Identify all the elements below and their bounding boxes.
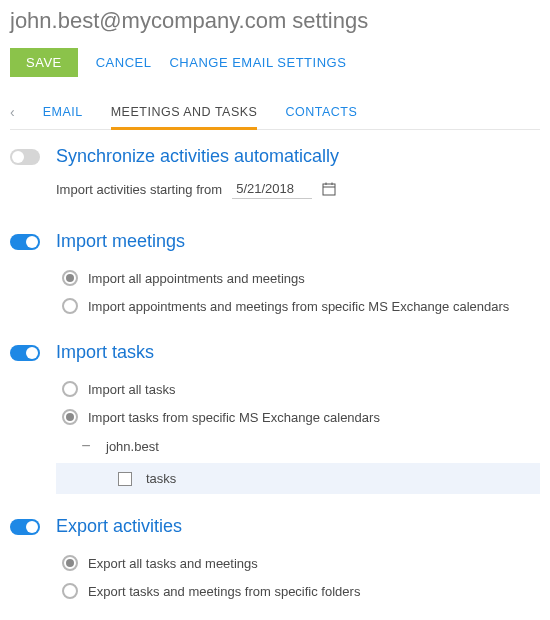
- import-meetings-radio-specific[interactable]: [62, 298, 78, 314]
- export-title: Export activities: [56, 516, 540, 537]
- tab-contacts[interactable]: CONTACTS: [285, 95, 357, 129]
- section-sync: Synchronize activities automatically Imp…: [10, 130, 540, 215]
- back-chevron-icon[interactable]: ‹: [10, 104, 15, 120]
- import-tasks-label-all: Import all tasks: [88, 382, 540, 397]
- section-export: Export activities Export all tasks and m…: [10, 500, 540, 611]
- import-meetings-title: Import meetings: [56, 231, 540, 252]
- import-meetings-radio-all[interactable]: [62, 270, 78, 286]
- tab-meetings-and-tasks[interactable]: MEETINGS AND TASKS: [111, 95, 258, 129]
- calendar-tree-child[interactable]: tasks: [56, 463, 540, 494]
- import-tasks-toggle[interactable]: [10, 345, 40, 361]
- sync-date-label: Import activities starting from: [56, 182, 222, 197]
- sync-title: Synchronize activities automatically: [56, 146, 540, 167]
- cancel-button[interactable]: CANCEL: [96, 55, 152, 70]
- tab-email[interactable]: EMAIL: [43, 95, 83, 129]
- tree-collapse-icon[interactable]: −: [80, 437, 92, 455]
- change-email-settings-button[interactable]: CHANGE EMAIL SETTINGS: [169, 55, 346, 70]
- import-meetings-toggle[interactable]: [10, 234, 40, 250]
- import-tasks-radio-all[interactable]: [62, 381, 78, 397]
- calendar-root-label: john.best: [106, 439, 159, 454]
- svg-rect-0: [323, 184, 335, 195]
- export-radio-all[interactable]: [62, 555, 78, 571]
- import-tasks-radio-specific[interactable]: [62, 409, 78, 425]
- import-meetings-label-specific: Import appointments and meetings from sp…: [88, 299, 540, 314]
- save-button[interactable]: SAVE: [10, 48, 78, 77]
- export-label-specific: Export tasks and meetings from specific …: [88, 584, 540, 599]
- calendar-child-checkbox[interactable]: [118, 472, 132, 486]
- sync-date-input[interactable]: [232, 179, 312, 199]
- section-import-tasks: Import tasks Import all tasks Import tas…: [10, 326, 540, 500]
- import-tasks-title: Import tasks: [56, 342, 540, 363]
- section-import-meetings: Import meetings Import all appointments …: [10, 215, 540, 326]
- tabs: ‹ EMAIL MEETINGS AND TASKS CONTACTS: [10, 95, 540, 130]
- import-meetings-label-all: Import all appointments and meetings: [88, 271, 540, 286]
- export-label-all: Export all tasks and meetings: [88, 556, 540, 571]
- sync-toggle[interactable]: [10, 149, 40, 165]
- calendar-icon[interactable]: [322, 182, 336, 196]
- calendar-child-label: tasks: [146, 471, 176, 486]
- calendar-tree-root[interactable]: − john.best: [56, 431, 540, 461]
- page-title: john.best@mycompany.com settings: [10, 8, 540, 34]
- export-radio-specific[interactable]: [62, 583, 78, 599]
- export-toggle[interactable]: [10, 519, 40, 535]
- action-bar: SAVE CANCEL CHANGE EMAIL SETTINGS: [10, 48, 540, 77]
- import-tasks-label-specific: Import tasks from specific MS Exchange c…: [88, 410, 540, 425]
